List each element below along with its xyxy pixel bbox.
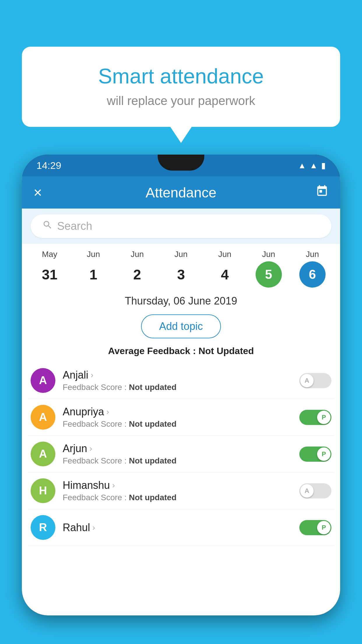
- student-info-anjali: Anjali › Feedback Score : Not updated: [63, 369, 292, 392]
- search-container: Search: [22, 209, 340, 244]
- chevron-icon: ›: [106, 407, 109, 416]
- status-icons: ▲ ▲ ▮: [298, 161, 326, 170]
- student-name-anupriya: Anupriya ›: [63, 406, 292, 418]
- speech-bubble: Smart attendance will replace your paper…: [22, 47, 340, 127]
- search-bar[interactable]: Search: [31, 214, 331, 238]
- toggle-rahul[interactable]: P: [299, 520, 331, 535]
- avatar-anjali: A: [31, 368, 55, 393]
- bubble-subtitle: will replace your paperwork: [45, 94, 317, 108]
- student-name-arjun: Arjun ›: [63, 442, 292, 455]
- student-info-himanshu: Himanshu › Feedback Score : Not updated: [63, 479, 292, 502]
- toggle-knob-rahul: P: [317, 521, 331, 534]
- chevron-icon: ›: [112, 481, 115, 490]
- student-item-arjun[interactable]: A Arjun › Feedback Score : Not updated P: [28, 436, 334, 473]
- student-item-anjali[interactable]: A Anjali › Feedback Score : Not updated …: [28, 362, 334, 399]
- search-placeholder: Search: [57, 220, 92, 232]
- student-info-arjun: Arjun › Feedback Score : Not updated: [63, 442, 292, 466]
- signal-icon: ▲: [310, 161, 318, 170]
- add-topic-button[interactable]: Add topic: [141, 314, 221, 338]
- student-item-anupriya[interactable]: A Anupriya › Feedback Score : Not update…: [28, 399, 334, 436]
- date-col-1[interactable]: Jun 1: [74, 250, 112, 288]
- calendar-dates: May 31 Jun 1 Jun 2 Jun 3 Jun 4: [22, 244, 340, 288]
- chevron-icon: ›: [91, 370, 93, 380]
- student-info-anupriya: Anupriya › Feedback Score : Not updated: [63, 406, 292, 429]
- student-name-anjali: Anjali ›: [63, 369, 292, 381]
- student-name-rahul: Rahul ›: [63, 522, 292, 534]
- phone-inner-screen: × Attendance Search: [22, 176, 340, 615]
- avatar-arjun: A: [31, 442, 55, 466]
- close-button[interactable]: ×: [34, 184, 42, 201]
- avatar-himanshu: H: [31, 478, 55, 503]
- student-name-himanshu: Himanshu ›: [63, 479, 292, 491]
- status-time: 14:29: [36, 160, 61, 171]
- chevron-icon: ›: [89, 444, 92, 453]
- app-bar: × Attendance: [22, 176, 340, 209]
- battery-icon: ▮: [321, 161, 326, 170]
- selected-date: Thursday, 06 June 2019: [22, 288, 340, 310]
- app-bar-title: Attendance: [146, 185, 217, 201]
- feedback-label: Average Feedback :: [108, 346, 198, 356]
- date-col-4[interactable]: Jun 4: [206, 250, 244, 288]
- toggle-knob-himanshu: A: [300, 484, 314, 498]
- phone-frame: 14:29 ▲ ▲ ▮ × Attendance: [22, 155, 340, 615]
- student-list: A Anjali › Feedback Score : Not updated …: [22, 362, 340, 546]
- student-feedback-anjali: Feedback Score : Not updated: [63, 383, 292, 392]
- toggle-knob-anjali: A: [300, 374, 314, 387]
- feedback-summary: Average Feedback : Not Updated: [22, 343, 340, 362]
- phone-notch: [158, 155, 204, 171]
- date-col-0[interactable]: May 31: [31, 250, 68, 288]
- wifi-icon: ▲: [298, 161, 306, 170]
- search-icon: [42, 220, 53, 233]
- student-feedback-himanshu: Feedback Score : Not updated: [63, 493, 292, 502]
- feedback-value: Not Updated: [198, 346, 254, 356]
- speech-bubble-container: Smart attendance will replace your paper…: [22, 47, 340, 127]
- bubble-title: Smart attendance: [45, 64, 317, 88]
- student-info-rahul: Rahul ›: [63, 522, 292, 534]
- date-col-3[interactable]: Jun 3: [162, 250, 200, 288]
- toggle-knob-arjun: P: [317, 447, 331, 461]
- date-col-5[interactable]: Jun 5: [250, 250, 288, 288]
- calendar-icon[interactable]: [316, 185, 328, 200]
- chevron-icon: ›: [92, 523, 95, 532]
- toggle-anupriya[interactable]: P: [299, 410, 331, 425]
- toggle-knob-anupriya: P: [317, 411, 331, 424]
- avatar-anupriya: A: [31, 405, 55, 430]
- student-item-himanshu[interactable]: H Himanshu › Feedback Score : Not update…: [28, 473, 334, 509]
- student-feedback-anupriya: Feedback Score : Not updated: [63, 419, 292, 429]
- toggle-himanshu[interactable]: A: [299, 483, 331, 498]
- student-feedback-arjun: Feedback Score : Not updated: [63, 456, 292, 466]
- toggle-arjun[interactable]: P: [299, 447, 331, 462]
- phone-wrapper: 14:29 ▲ ▲ ▮ × Attendance: [22, 155, 340, 644]
- toggle-anjali[interactable]: A: [299, 373, 331, 388]
- student-item-rahul[interactable]: R Rahul › P: [28, 509, 334, 546]
- avatar-rahul: R: [31, 515, 55, 540]
- date-col-6[interactable]: Jun 6: [294, 250, 331, 288]
- date-col-2[interactable]: Jun 2: [118, 250, 156, 288]
